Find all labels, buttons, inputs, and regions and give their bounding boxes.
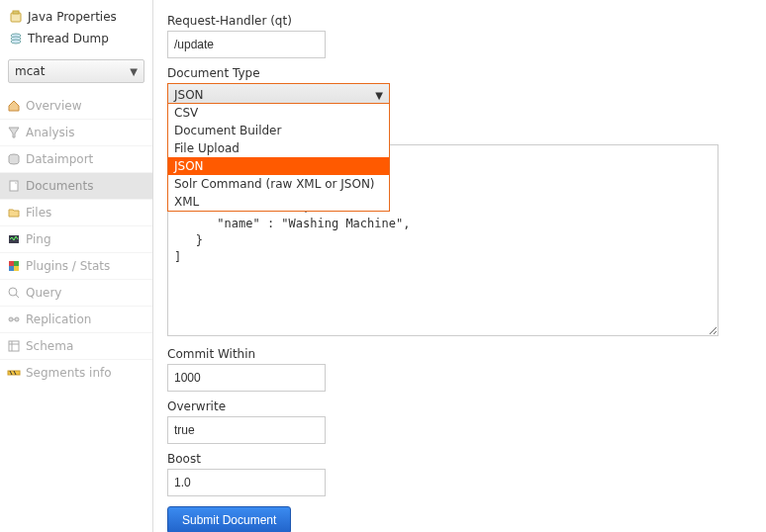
label-document-type: Document Type <box>167 66 752 80</box>
puzzle-icon <box>6 258 22 274</box>
dropdown-document-type: CSV Document Builder File Upload JSON So… <box>167 103 390 212</box>
core-selector[interactable]: mcat ▼ <box>8 59 144 83</box>
input-overwrite[interactable] <box>167 416 326 444</box>
label-overwrite: Overwrite <box>167 399 752 413</box>
nav-overview[interactable]: Overview <box>0 93 152 119</box>
stack-icon <box>8 31 24 46</box>
input-boost[interactable] <box>167 469 326 496</box>
nav-plugins[interactable]: Plugins / Stats <box>0 252 152 279</box>
nav-label: Overview <box>26 99 82 113</box>
svg-point-14 <box>9 317 13 321</box>
nav-label: Segments info <box>26 366 112 380</box>
nav-dataimport[interactable]: Dataimport <box>0 145 152 172</box>
svg-rect-1 <box>13 11 19 14</box>
svg-rect-17 <box>9 341 19 351</box>
nav-replication[interactable]: Replication <box>0 306 152 332</box>
link-java-properties[interactable]: Java Properties <box>8 6 144 28</box>
nav-label: Schema <box>26 339 73 353</box>
nav-label: Replication <box>26 312 91 326</box>
svg-rect-9 <box>14 261 19 266</box>
main-panel: Request-Handler (qt) Document Type JSON … <box>153 0 766 532</box>
chevron-down-icon: ▼ <box>130 66 138 77</box>
label-request-handler: Request-Handler (qt) <box>167 14 752 28</box>
nav-segments[interactable]: Segments info <box>0 359 152 386</box>
nav-documents[interactable]: Documents <box>0 172 152 199</box>
nav-files[interactable]: Files <box>0 199 152 225</box>
nav-label: Dataimport <box>26 152 93 166</box>
nav-label: Files <box>26 206 51 220</box>
magnifier-icon <box>6 285 22 301</box>
nav-label: Plugins / Stats <box>26 259 110 273</box>
funnel-icon <box>6 125 22 140</box>
svg-rect-6 <box>10 181 18 191</box>
sidebar-top-links: Java Properties Thread Dump <box>0 6 152 59</box>
option-file-upload[interactable]: File Upload <box>168 139 389 157</box>
input-request-handler[interactable] <box>167 31 326 58</box>
nav-label: Analysis <box>26 126 74 139</box>
chevron-down-icon: ▼ <box>375 90 383 101</box>
select-document-type-value: JSON <box>174 88 204 102</box>
input-commit-within[interactable] <box>167 364 326 392</box>
sidebar: Java Properties Thread Dump mcat ▼ Overv… <box>0 0 153 532</box>
doc-icon <box>6 178 22 194</box>
option-csv[interactable]: CSV <box>168 104 389 122</box>
nav-label: Query <box>26 286 61 300</box>
core-selector-value: mcat <box>15 64 45 78</box>
submit-document-button[interactable]: Submit Document <box>167 506 291 532</box>
svg-rect-11 <box>14 266 19 271</box>
db-in-icon <box>6 151 22 167</box>
nav-query[interactable]: Query <box>0 279 152 306</box>
ping-icon <box>6 231 22 247</box>
label-boost: Boost <box>167 452 752 466</box>
link-thread-dump[interactable]: Thread Dump <box>8 28 144 49</box>
link-label: Java Properties <box>28 10 117 24</box>
folder-icon <box>6 205 22 221</box>
svg-point-12 <box>9 288 17 296</box>
schema-icon <box>6 338 22 354</box>
svg-rect-10 <box>9 266 14 271</box>
option-json[interactable]: JSON <box>168 157 389 175</box>
nav-label: Ping <box>26 232 51 246</box>
link-label: Thread Dump <box>28 32 109 45</box>
nav-analysis[interactable]: Analysis <box>0 119 152 145</box>
replication-icon <box>6 311 22 327</box>
svg-rect-8 <box>9 261 14 266</box>
svg-point-15 <box>15 317 19 321</box>
sidebar-nav: Overview Analysis Dataimport Documents F… <box>0 93 152 386</box>
jar-icon <box>8 9 24 25</box>
barrier-icon <box>6 365 22 381</box>
option-solr-command[interactable]: Solr Command (raw XML or JSON) <box>168 175 389 193</box>
label-commit-within: Commit Within <box>167 347 752 361</box>
option-document-builder[interactable]: Document Builder <box>168 122 389 139</box>
option-xml[interactable]: XML <box>168 193 389 211</box>
house-icon <box>6 98 22 114</box>
svg-line-13 <box>16 295 19 298</box>
svg-point-4 <box>11 40 21 44</box>
nav-schema[interactable]: Schema <box>0 332 152 359</box>
nav-ping[interactable]: Ping <box>0 225 152 252</box>
nav-label: Documents <box>26 179 93 193</box>
